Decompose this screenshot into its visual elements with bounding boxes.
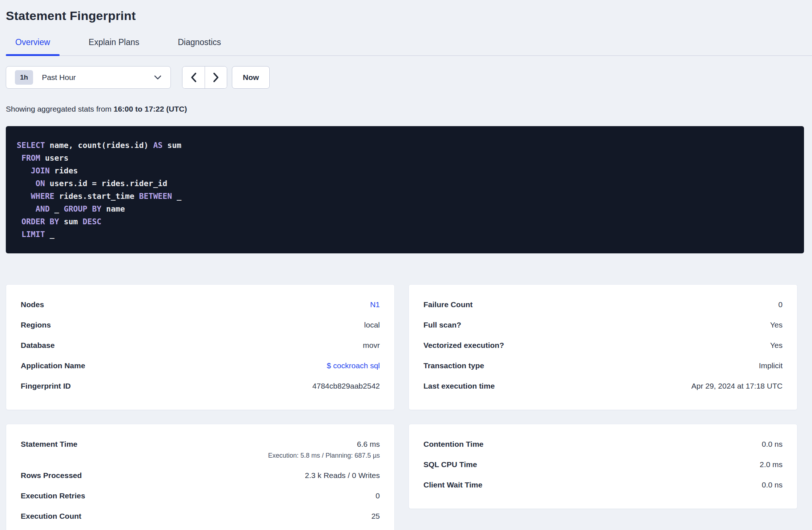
stat-row: Transaction typeImplicit <box>423 356 783 376</box>
stat-value: Yes <box>770 341 783 349</box>
tab-overview[interactable]: Overview <box>6 35 60 55</box>
time-range-arrows <box>182 66 227 89</box>
aggregated-stats-range: 16:00 to 17:22 (UTC) <box>114 105 187 113</box>
statement-timing-card: Statement Time6.6 msExecution: 5.8 ms / … <box>6 424 395 530</box>
sql-line: FROM users <box>17 152 793 164</box>
stat-row: Databasemovr <box>21 336 380 356</box>
tab-explain-plans[interactable]: Explain Plans <box>79 35 149 55</box>
stat-row: Client Wait Time0.0 ns <box>423 475 783 495</box>
tab-bar: Overview Explain Plans Diagnostics <box>6 35 812 56</box>
aggregated-stats-prefix: Showing aggregated stats from <box>6 105 114 113</box>
overview-cards-top: NodesN1RegionslocalDatabasemovrApplicati… <box>6 284 797 410</box>
stat-value: Yes <box>770 321 783 329</box>
statement-fingerprint-page: Statement Fingerprint Overview Explain P… <box>0 0 812 530</box>
stat-value-group: 0 <box>778 300 783 309</box>
stat-subtitle: Execution: 5.8 ms / Planning: 687.5 µs <box>268 452 380 459</box>
stat-label: Fingerprint ID <box>21 382 71 390</box>
sql-line: WHERE rides.start_time BETWEEN _ <box>17 190 793 202</box>
time-interval-badge: 1h <box>15 70 33 85</box>
stat-row: Application Name$ cockroach sql <box>21 356 380 376</box>
stat-value: 25 <box>371 512 380 520</box>
stat-value-group: 2.3 k Reads / 0 Writes <box>305 471 380 480</box>
stat-value-group: Yes <box>770 321 783 329</box>
stat-row: Vectorized execution?Yes <box>423 336 783 356</box>
overview-cards-bottom: Statement Time6.6 msExecution: 5.8 ms / … <box>6 424 797 530</box>
stat-label: Full scan? <box>423 321 461 329</box>
stat-row: Fingerprint ID4784cb829aab2542 <box>21 376 380 397</box>
time-range-label: Past Hour <box>42 73 154 82</box>
stat-value-link[interactable]: N1 <box>370 300 380 309</box>
stat-label: Regions <box>21 321 51 329</box>
sql-line: ON users.id = rides.rider_id <box>17 177 793 190</box>
statement-details-card: NodesN1RegionslocalDatabasemovrApplicati… <box>6 284 395 410</box>
stat-value-group: N1 <box>370 300 380 309</box>
stat-value: 0.0 ns <box>762 481 783 489</box>
stat-value-group: Implicit <box>759 361 783 370</box>
sql-line: SELECT name, count(rides.id) AS sum <box>17 139 793 152</box>
stat-row: Contention Time0.0 ns <box>423 434 783 455</box>
next-range-button[interactable] <box>205 67 227 88</box>
stat-value-group: $ cockroach sql <box>327 361 380 370</box>
stat-value-group: 4784cb829aab2542 <box>312 382 380 390</box>
stat-value-group: 2.0 ms <box>760 460 783 469</box>
stat-label: Execution Count <box>21 512 81 521</box>
previous-range-button[interactable] <box>182 67 205 88</box>
stat-value: local <box>364 321 380 329</box>
stat-value-group: local <box>364 321 380 329</box>
sql-line: AND _ GROUP BY name <box>17 202 793 215</box>
stat-label: Failure Count <box>423 300 473 309</box>
sql-line: ORDER BY sum DESC <box>17 215 793 228</box>
stat-value-group: Yes <box>770 341 783 350</box>
stat-value: 0 <box>375 491 380 500</box>
stat-value: Implicit <box>759 361 783 370</box>
stat-row: Statement Time6.6 msExecution: 5.8 ms / … <box>21 434 380 466</box>
stat-label: Application Name <box>21 361 85 370</box>
chevron-left-icon <box>190 72 197 83</box>
sql-statement-code: SELECT name, count(rides.id) AS sum FROM… <box>17 139 793 241</box>
stat-row: Regionslocal <box>21 315 380 336</box>
stat-value-group: movr <box>363 341 380 350</box>
stat-value: 0 <box>778 300 783 309</box>
sql-statement-box: SELECT name, count(rides.id) AS sum FROM… <box>6 126 804 253</box>
stat-row: Last execution timeApr 29, 2024 at 17:18… <box>423 376 783 397</box>
stat-value: movr <box>363 341 380 349</box>
stat-value: 2.3 k Reads / 0 Writes <box>305 471 380 479</box>
chevron-right-icon <box>213 72 219 83</box>
stat-label: Execution Retries <box>21 491 85 500</box>
execution-attributes-card: Failure Count0Full scan?YesVectorized ex… <box>409 284 797 410</box>
stat-value-group: 0.0 ns <box>762 440 783 449</box>
stat-row: NodesN1 <box>21 295 380 315</box>
now-button[interactable]: Now <box>232 66 270 89</box>
aggregated-stats-line: Showing aggregated stats from 16:00 to 1… <box>6 105 812 113</box>
stat-label: Statement Time <box>21 440 77 449</box>
stat-row: Failure Count0 <box>423 295 783 315</box>
stat-row: Execution Count25 <box>21 506 380 527</box>
stat-row: Full scan?Yes <box>423 315 783 336</box>
stat-value: 0.0 ns <box>762 440 783 448</box>
time-range-dropdown[interactable]: 1h Past Hour <box>6 66 171 89</box>
stat-value: 2.0 ms <box>760 460 783 469</box>
stat-value: 6.6 ms <box>357 440 380 448</box>
tab-diagnostics[interactable]: Diagnostics <box>168 35 230 55</box>
stat-label: Client Wait Time <box>423 481 482 489</box>
stat-row: Rows Processed2.3 k Reads / 0 Writes <box>21 466 380 486</box>
chevron-down-icon <box>154 75 162 80</box>
wait-times-card: Contention Time0.0 nsSQL CPU Time2.0 msC… <box>409 424 797 509</box>
stat-label: SQL CPU Time <box>423 460 477 469</box>
stat-label: Nodes <box>21 300 44 309</box>
stat-row: SQL CPU Time2.0 ms <box>423 455 783 475</box>
sql-line: JOIN rides <box>17 164 793 177</box>
stat-value-group: 6.6 msExecution: 5.8 ms / Planning: 687.… <box>268 440 380 459</box>
page-title: Statement Fingerprint <box>6 0 812 23</box>
stat-value-link[interactable]: $ cockroach sql <box>327 361 380 370</box>
stat-value: Apr 29, 2024 at 17:18 UTC <box>691 382 783 390</box>
stat-value-group: 0.0 ns <box>762 481 783 489</box>
stat-label: Last execution time <box>423 382 495 390</box>
stat-value: 4784cb829aab2542 <box>312 382 380 390</box>
stat-value-group: Apr 29, 2024 at 17:18 UTC <box>691 382 783 390</box>
time-toolbar: 1h Past Hour <box>6 66 812 89</box>
stat-label: Rows Processed <box>21 471 82 480</box>
stat-value-group: 25 <box>371 512 380 521</box>
stat-row: Execution Retries0 <box>21 486 380 506</box>
stat-label: Transaction type <box>423 361 484 370</box>
